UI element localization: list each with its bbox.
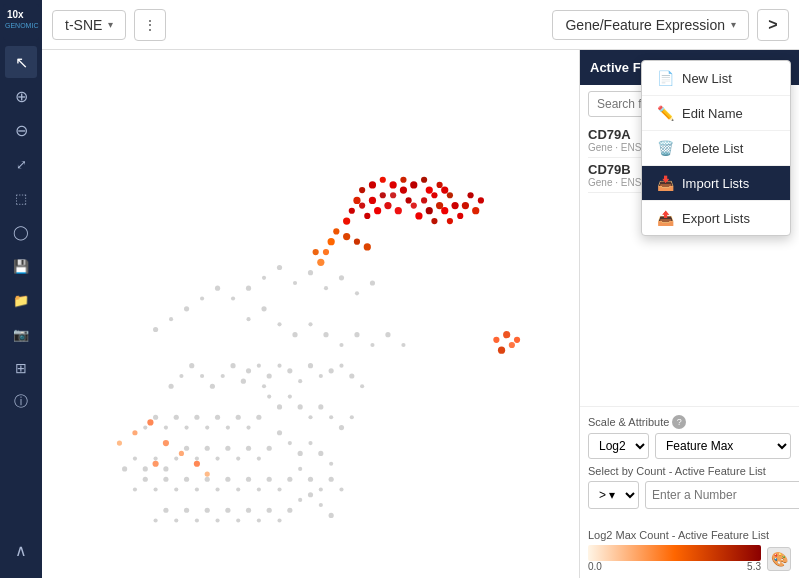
- svg-point-88: [319, 503, 323, 507]
- svg-point-89: [329, 513, 334, 518]
- svg-point-137: [390, 192, 396, 198]
- svg-point-53: [246, 446, 251, 451]
- grid-icon: ⊞: [15, 360, 27, 376]
- tool-fit[interactable]: ⤢: [5, 148, 37, 180]
- comparator-select[interactable]: > ▾: [588, 481, 639, 509]
- svg-point-146: [436, 202, 443, 209]
- svg-point-49: [318, 451, 323, 456]
- svg-point-29: [318, 404, 323, 409]
- tool-select[interactable]: ↖: [5, 46, 37, 78]
- menu-item-label: Export Lists: [682, 211, 750, 226]
- svg-point-117: [184, 306, 189, 311]
- color-arrow: ▾: [731, 19, 736, 30]
- svg-point-4: [257, 364, 261, 368]
- scale-label: Scale & Attribute ?: [588, 415, 791, 429]
- new-list-icon: 📄: [656, 70, 674, 86]
- svg-point-102: [174, 518, 178, 522]
- svg-point-86: [133, 487, 137, 491]
- svg-point-179: [179, 451, 184, 456]
- svg-point-190: [514, 337, 520, 343]
- svg-point-92: [277, 518, 281, 522]
- color-scale-bar: [588, 545, 761, 561]
- svg-point-138: [395, 207, 402, 214]
- toolbar-collapse-btn[interactable]: ∧: [5, 534, 37, 566]
- svg-point-6: [262, 384, 266, 388]
- svg-point-32: [350, 415, 354, 419]
- svg-point-71: [287, 477, 292, 482]
- palette-btn[interactable]: 🎨: [767, 547, 791, 571]
- scale-select[interactable]: Log2: [588, 433, 649, 459]
- svg-point-127: [354, 332, 359, 337]
- tool-camera[interactable]: 📷: [5, 318, 37, 350]
- svg-point-3: [246, 368, 251, 373]
- color-dropdown[interactable]: Gene/Feature Expression ▾: [552, 10, 749, 40]
- svg-point-159: [380, 177, 386, 183]
- menu-item-delete-list[interactable]: 🗑️ Delete List: [642, 131, 790, 166]
- tool-bubble[interactable]: ◯: [5, 216, 37, 248]
- svg-point-140: [400, 186, 407, 193]
- svg-point-135: [364, 213, 370, 219]
- bottom-controls: Scale & Attribute ? Log2 Feature Max Sel…: [580, 406, 799, 523]
- color-scale-values: 0.0 5.3: [588, 561, 761, 572]
- scale-tooltip-icon[interactable]: ?: [672, 415, 686, 429]
- svg-point-31: [339, 425, 344, 430]
- lasso-icon: ⬚: [15, 191, 27, 206]
- menu-item-label: New List: [682, 71, 732, 86]
- left-toolbar: 10x GENOMICS ↖ ⊕ ⊖ ⤢ ⬚ ◯ 💾 📁 📷 ⊞ ⓘ ∧: [0, 0, 42, 578]
- tool-lasso[interactable]: ⬚: [5, 182, 37, 214]
- svg-point-76: [236, 487, 240, 491]
- svg-point-154: [426, 186, 433, 193]
- tool-info[interactable]: ⓘ: [5, 386, 37, 418]
- svg-point-108: [293, 281, 297, 285]
- svg-point-67: [308, 477, 313, 482]
- svg-point-78: [215, 487, 219, 491]
- embedding-options-btn[interactable]: ⋮: [134, 9, 166, 41]
- svg-point-142: [415, 212, 422, 219]
- svg-point-41: [174, 415, 179, 420]
- scatter-colored-dots: [117, 177, 520, 477]
- svg-point-39: [194, 415, 199, 420]
- tool-zoom-in[interactable]: ⊕: [5, 80, 37, 112]
- svg-point-59: [184, 446, 189, 451]
- menu-item-new-list[interactable]: 📄 New List: [642, 61, 790, 96]
- attribute-select[interactable]: Feature Max: [655, 433, 791, 459]
- color-scale-max: 5.3: [747, 561, 761, 572]
- scale-row: Log2 Feature Max: [588, 433, 791, 459]
- svg-point-144: [426, 207, 433, 214]
- svg-point-64: [133, 457, 137, 461]
- svg-point-42: [164, 426, 168, 430]
- svg-point-13: [329, 368, 334, 373]
- color-scale-row: 0.0 5.3 🎨: [588, 545, 791, 572]
- svg-point-100: [195, 518, 199, 522]
- menu-item-edit-name[interactable]: ✏️ Edit Name: [642, 96, 790, 131]
- select-by-count-row: > ▾ ▽: [588, 481, 791, 509]
- svg-point-15: [349, 373, 354, 378]
- svg-point-23: [169, 384, 174, 389]
- embedding-dropdown[interactable]: t-SNE ▾: [52, 10, 126, 40]
- nav-forward-btn[interactable]: >: [757, 9, 789, 41]
- svg-point-106: [262, 276, 266, 280]
- svg-point-77: [225, 477, 230, 482]
- svg-point-37: [215, 415, 220, 420]
- svg-point-101: [184, 508, 189, 513]
- menu-item-import-lists[interactable]: 📥 Import Lists: [642, 166, 790, 201]
- svg-point-161: [359, 187, 365, 193]
- svg-point-111: [339, 275, 344, 280]
- svg-point-96: [236, 518, 240, 522]
- count-input[interactable]: [645, 481, 799, 509]
- svg-point-152: [441, 186, 448, 193]
- svg-point-124: [308, 322, 312, 326]
- save-icon: 💾: [13, 259, 29, 274]
- delete-icon: 🗑️: [656, 140, 674, 156]
- menu-item-export-lists[interactable]: 📤 Export Lists: [642, 201, 790, 235]
- tool-grid[interactable]: ⊞: [5, 352, 37, 384]
- svg-point-165: [457, 213, 463, 219]
- svg-point-119: [153, 327, 158, 332]
- svg-point-151: [447, 192, 453, 198]
- svg-point-153: [436, 182, 442, 188]
- tool-save[interactable]: 💾: [5, 250, 37, 282]
- tool-folder[interactable]: 📁: [5, 284, 37, 316]
- svg-point-9: [287, 368, 292, 373]
- tool-zoom-out[interactable]: ⊖: [5, 114, 37, 146]
- svg-point-19: [210, 384, 215, 389]
